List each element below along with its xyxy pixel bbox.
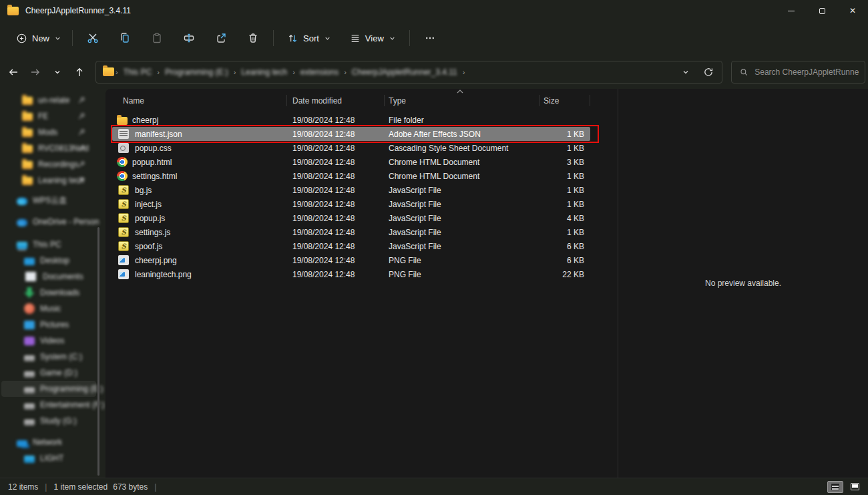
sidebar-item-onedrive-person[interactable]: OneDrive - Person: [1, 214, 96, 230]
sidebar-item-recordings[interactable]: Recordings: [1, 156, 96, 172]
sidebar-item-label: OneDrive - Person: [33, 217, 99, 226]
breadcrumb-item-leaning-tech[interactable]: Leaning tech: [237, 65, 291, 79]
rename-button[interactable]: [176, 26, 202, 50]
forward-icon: [30, 67, 41, 77]
sidebar-item-un-relate[interactable]: un-relate: [1, 92, 96, 108]
breadcrumb-item-this-pc[interactable]: This PC: [120, 65, 156, 79]
column-header-date-modified[interactable]: Date modified: [287, 95, 385, 106]
file-row-cheerpj[interactable]: cheerpj 19/08/2024 12:48 File folder: [112, 113, 590, 127]
delete-button[interactable]: [240, 26, 266, 50]
sidebar-item-label: System (C:): [40, 352, 82, 361]
sidebar-item-desktop[interactable]: Desktop: [1, 253, 96, 269]
sidebar-item-fe[interactable]: FE: [1, 108, 96, 124]
breadcrumb-separator: ›: [156, 68, 161, 76]
breadcrumb-item-programming-e[interactable]: Programming (E:): [161, 65, 232, 79]
file-name: popup.js: [135, 214, 165, 223]
recent-locations-button[interactable]: [46, 61, 68, 83]
file-row-leaningtech-png[interactable]: leaningtech.png 19/08/2024 12:48 PNG Fil…: [112, 267, 590, 281]
new-button[interactable]: New: [9, 29, 68, 48]
see-more-button[interactable]: [417, 26, 443, 50]
sidebar-item-mods[interactable]: Mods: [1, 124, 96, 140]
file-size: 3 KB: [540, 158, 590, 167]
desktop-icon: [24, 258, 35, 265]
file-row-popup-html[interactable]: popup.html 19/08/2024 12:48 Chrome HTML …: [112, 155, 590, 169]
sidebar-scrollbar[interactable]: [97, 227, 99, 476]
sidebar-item-light[interactable]: LIGHT: [1, 450, 96, 466]
sidebar-item-network[interactable]: Network: [1, 434, 96, 450]
content-pane: Name Date modified Type Size cheerpj 19/…: [105, 89, 868, 478]
back-button[interactable]: [2, 61, 24, 83]
cloud-onedrive-icon: [17, 219, 27, 226]
file-row-popup-js[interactable]: popup.js 19/08/2024 12:48 JavaScript Fil…: [112, 211, 590, 225]
rename-icon: [183, 32, 195, 44]
sidebar-section-wps: WPS云盘: [0, 192, 105, 208]
address-dropdown-button[interactable]: [676, 63, 695, 81]
sidebar-item-system-c[interactable]: System (C:): [1, 349, 96, 365]
large-icons-view-toggle[interactable]: [847, 481, 863, 493]
chevron-down-icon: [682, 68, 690, 76]
sidebar-item-label: Network: [33, 438, 62, 447]
copy-icon: [119, 32, 131, 44]
file-row-bg-js[interactable]: bg.js 19/08/2024 12:48 JavaScript File 1…: [112, 183, 590, 197]
file-name: leaningtech.png: [135, 270, 192, 279]
sidebar-item-study-g[interactable]: Study (G:): [1, 413, 96, 429]
column-header-name[interactable]: Name: [112, 95, 287, 106]
search-box[interactable]: [731, 61, 865, 84]
back-icon: [8, 67, 19, 77]
sidebar-item-this-pc[interactable]: This PC: [1, 236, 96, 253]
plus-circle-icon: [16, 33, 27, 44]
sidebar-item-programming-e[interactable]: Programming (E:): [1, 381, 96, 397]
search-input[interactable]: [754, 67, 859, 77]
forward-button[interactable]: [24, 61, 46, 83]
file-row-cheerpj-png[interactable]: cheerpj.png 19/08/2024 12:48 PNG File 6 …: [112, 253, 590, 267]
file-row-popup-css[interactable]: popup.css 19/08/2024 12:48 Cascading Sty…: [112, 141, 590, 155]
file-type: File folder: [385, 116, 540, 125]
minimize-button[interactable]: [776, 0, 807, 21]
sidebar-item-wps[interactable]: WPS云盘: [1, 192, 96, 208]
sidebar-item-downloads[interactable]: Downloads: [1, 285, 96, 301]
file-size: 1 KB: [540, 228, 590, 237]
file-row-inject-js[interactable]: inject.js 19/08/2024 12:48 JavaScript Fi…: [112, 197, 590, 211]
copy-button[interactable]: [112, 26, 138, 50]
cut-icon: [87, 32, 99, 44]
file-type: JavaScript File: [385, 214, 540, 223]
sidebar-item-videos[interactable]: Videos: [1, 333, 96, 349]
breadcrumb-separator: ›: [461, 68, 467, 76]
paste-button[interactable]: [144, 26, 170, 50]
cut-button[interactable]: [79, 26, 106, 50]
folder-icon: [22, 97, 33, 105]
sidebar-item-documents[interactable]: Documents: [1, 269, 96, 285]
close-button[interactable]: ✕: [837, 0, 868, 21]
sidebar-item-game-d[interactable]: Game (D:): [1, 365, 96, 381]
sidebar-item-pictures[interactable]: Pictures: [1, 317, 96, 333]
sidebar-item-leaning-tech[interactable]: Leaning tech: [1, 172, 96, 188]
up-button[interactable]: [68, 61, 90, 83]
item-count: 12 items: [8, 482, 38, 492]
file-date-modified: 19/08/2024 12:48: [287, 130, 385, 139]
column-header-size[interactable]: Size: [540, 95, 590, 106]
file-row-manifest-json[interactable]: manifest.json 19/08/2024 12:48 Adobe Aft…: [112, 127, 590, 141]
sidebar-item-rvc0813nvid[interactable]: RVC0813Nvid: [1, 140, 96, 156]
file-row-settings-js[interactable]: settings.js 19/08/2024 12:48 JavaScript …: [112, 225, 590, 239]
address-bar[interactable]: › This PC›Programming (E:)›Leaning tech›…: [95, 61, 722, 84]
breadcrumb-item-cheerpjappletrunner-3-4-11[interactable]: CheerpJAppletRunner_3.4.11: [348, 65, 461, 79]
folder-icon: [22, 113, 33, 121]
file-type: Adobe After Effects JSON: [385, 130, 540, 139]
file-name: inject.js: [135, 200, 162, 209]
sidebar-item-label: Game (D:): [40, 368, 77, 377]
sort-button[interactable]: Sort: [280, 29, 338, 48]
column-header-type[interactable]: Type: [385, 95, 540, 106]
sidebar-item-music[interactable]: Music: [1, 301, 96, 317]
share-button[interactable]: [208, 26, 234, 50]
maximize-button[interactable]: [807, 0, 837, 21]
file-row-spoof-js[interactable]: spoof.js 19/08/2024 12:48 JavaScript Fil…: [112, 239, 590, 253]
pin-icon: [77, 96, 85, 104]
sidebar-item-entertainment-f[interactable]: Entertainment (F:): [1, 397, 96, 413]
refresh-button[interactable]: [699, 63, 718, 81]
drive-icon: [24, 420, 35, 426]
view-button[interactable]: View: [343, 29, 403, 47]
details-view-toggle[interactable]: [827, 481, 843, 493]
breadcrumb-item-extensions[interactable]: extensions: [296, 65, 343, 79]
file-row-settings-html[interactable]: settings.html 19/08/2024 12:48 Chrome HT…: [112, 169, 590, 183]
file-size: 1 KB: [540, 130, 590, 139]
